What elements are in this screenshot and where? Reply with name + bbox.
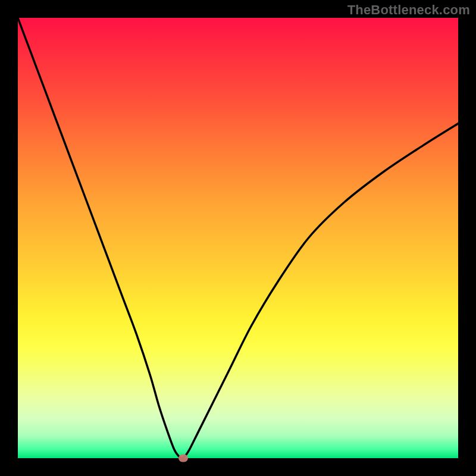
chart-frame: TheBottleneck.com [0,0,476,476]
plot-area [18,18,458,458]
optimal-point-marker [178,455,188,462]
watermark-text: TheBottleneck.com [347,2,470,18]
bottleneck-curve [18,18,458,458]
